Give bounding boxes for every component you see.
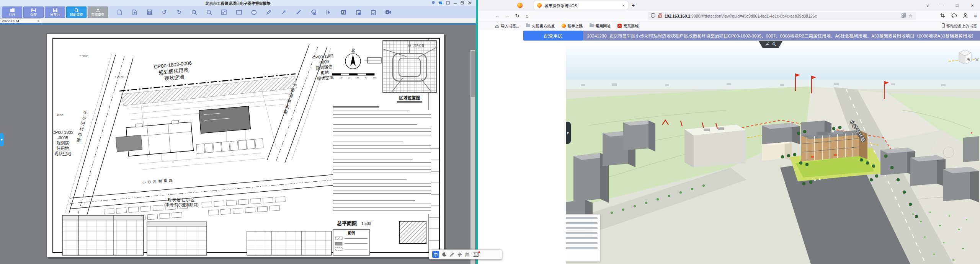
svg-text:30: 30: [356, 77, 359, 79]
drawing-viewport[interactable]: CP00-1802-0006 规划居住用地 现状空地 CP00-1802 -00…: [0, 24, 476, 264]
legend-row[interactable]: [566, 236, 598, 240]
panel-collapse-handle[interactable]: ▶: [566, 122, 571, 144]
svg-text:50: 50: [373, 77, 376, 79]
city-3d-viewport[interactable]: 小沙河村路 ▶ 南: [566, 41, 980, 264]
bookmark-jd-mall[interactable]: JD京东商城: [617, 23, 639, 29]
zoom-out-icon[interactable]: [206, 9, 212, 15]
bookmark-getting-started[interactable]: 新手上路: [562, 23, 583, 29]
bookmark-star-icon[interactable]: ☆: [908, 13, 913, 19]
tab-close-icon[interactable]: ×: [38, 19, 39, 23]
mobile-bookmarks[interactable]: 移动设备上的书签: [942, 23, 977, 29]
firefox-view-icon[interactable]: [515, 2, 525, 9]
keyboard-icon[interactable]: [473, 253, 479, 257]
folder-icon: [590, 24, 594, 27]
layer-legend-panel[interactable]: [566, 214, 600, 262]
open-button[interactable]: 打开: [2, 7, 22, 18]
url-text[interactable]: 192.163.160.1:9980/#/detectionView?guid=…: [665, 14, 899, 18]
site-plan-drawing[interactable]: CP00-1802-0006 规划居住用地 现状空地 CP00-1802 -00…: [0, 24, 476, 264]
close-icon[interactable]: [467, 1, 472, 5]
window-close-button[interactable]: ×: [965, 3, 980, 8]
search-view-icon[interactable]: [340, 9, 346, 15]
supporting-housing-button[interactable]: 配套用房: [523, 31, 583, 41]
insecure-lock-icon[interactable]: [658, 13, 662, 20]
ime-simplified-toggle[interactable]: 简: [465, 251, 470, 258]
save-button[interactable]: 保存: [23, 7, 44, 18]
undo-icon[interactable]: ↺: [161, 9, 167, 15]
screenshot-icon[interactable]: [940, 13, 945, 20]
approval-table: [147, 222, 207, 255]
svg-text:-0005: -0005: [57, 135, 68, 140]
finish-review-button[interactable]: 完成审查: [88, 7, 108, 18]
menu-icon[interactable]: ≡: [974, 13, 977, 19]
tab-list-icon[interactable]: ∨: [921, 3, 934, 8]
ellipse-tool-icon[interactable]: [251, 9, 257, 15]
document-tab[interactable]: 202203274 ×: [0, 18, 41, 23]
assist-review-button[interactable]: 辅助审查: [66, 7, 87, 18]
legend-row[interactable]: [566, 227, 598, 230]
legend-row[interactable]: [566, 241, 598, 245]
save-as-button[interactable]: 另存为: [45, 7, 65, 18]
pen-icon[interactable]: [450, 252, 454, 257]
pencil-tool-icon[interactable]: [266, 9, 272, 15]
shield-icon[interactable]: [651, 13, 655, 20]
select-cursor-icon[interactable]: [325, 9, 332, 15]
doc-scrollbar-thumb[interactable]: [471, 51, 475, 97]
bookmark-folder-common-sites[interactable]: 常用网址: [590, 23, 611, 29]
arrow-tool-icon[interactable]: [281, 9, 287, 15]
svg-text:40.57: 40.57: [57, 114, 63, 117]
legend-row[interactable]: [566, 222, 598, 225]
legend-row[interactable]: [566, 246, 598, 250]
clipboard-check-icon[interactable]: [370, 9, 376, 15]
legend-row[interactable]: [566, 231, 598, 235]
browser-tab[interactable]: 城市操作系统UOS ×: [534, 1, 628, 10]
svg-text:(中海 瓦尔登湖项目): (中海 瓦尔登湖项目): [164, 202, 198, 207]
restore-icon[interactable]: [460, 1, 465, 5]
legend-row[interactable]: [566, 217, 598, 220]
window-maximize-button[interactable]: □: [949, 3, 965, 8]
panel-expander-arrow-icon[interactable]: ▶: [0, 133, 4, 146]
window-minimize-button[interactable]: —: [934, 3, 949, 8]
ime-toolbar: 中 全 简: [429, 249, 502, 259]
bookmark-folder-firefox-sites[interactable]: 火狐官方站点: [526, 23, 555, 29]
qr-code-icon[interactable]: [902, 13, 906, 20]
left-app-titlebar[interactable]: 北京市工程建设项目电子图件报审模块: [0, 0, 476, 6]
bookmarks-bar: 导入书签... 火狐官方站点 新手上路 常用网址 JD京东商城 移动设备上的书签: [478, 21, 980, 30]
url-bar[interactable]: 192.163.160.1:9980/#/detectionView?guid=…: [648, 12, 916, 20]
jd-icon: JD: [617, 24, 622, 28]
new-tab-button[interactable]: +: [632, 2, 635, 8]
redo-icon[interactable]: ↻: [176, 9, 182, 15]
left-app-title: 北京市工程建设项目电子图件报审模块: [206, 0, 271, 6]
reload-icon[interactable]: ↻: [512, 13, 522, 19]
zoom-in-icon[interactable]: [191, 9, 197, 15]
view-cube-gizmo[interactable]: 南: [957, 48, 973, 66]
grid-calculator-icon[interactable]: [146, 9, 152, 15]
fit-view-icon[interactable]: [221, 9, 227, 15]
moon-icon[interactable]: [442, 252, 447, 257]
back-icon[interactable]: ←: [492, 13, 502, 19]
tab-close-icon[interactable]: ×: [622, 3, 625, 8]
maximize-icon[interactable]: [446, 1, 450, 5]
tag-disabled-icon[interactable]: [310, 9, 317, 15]
theme-icon[interactable]: [438, 1, 443, 5]
ime-language-toggle[interactable]: 中: [432, 251, 439, 258]
video-record-icon[interactable]: [385, 9, 391, 15]
stamp-document-icon[interactable]: [131, 9, 137, 15]
rectangle-tool-icon[interactable]: [236, 9, 242, 15]
clipboard-history-icon[interactable]: [355, 9, 361, 15]
tab-title: 城市操作系统UOS: [544, 3, 620, 8]
svg-text:北: 北: [351, 49, 355, 53]
design-notes: [333, 106, 431, 214]
home-icon[interactable]: ⌂: [522, 13, 532, 19]
minimize-icon[interactable]: [453, 1, 457, 5]
svg-text:规划居: 规划居: [57, 140, 69, 145]
history-back-icon[interactable]: [951, 13, 957, 20]
left-app-toolbar: 打开 保存 另存为 辅助审查 完成审查 ↺ ↻: [0, 6, 476, 18]
forward-icon[interactable]: →: [502, 13, 512, 19]
skin-icon[interactable]: [431, 1, 436, 5]
bookmark-import[interactable]: 导入书签...: [495, 23, 519, 29]
ime-fullwidth-toggle[interactable]: 全: [457, 251, 462, 258]
line-tool-icon[interactable]: [296, 9, 302, 15]
account-icon[interactable]: [963, 13, 968, 20]
document-icon[interactable]: [116, 9, 122, 15]
svg-text:住用地: 住用地: [57, 146, 69, 151]
